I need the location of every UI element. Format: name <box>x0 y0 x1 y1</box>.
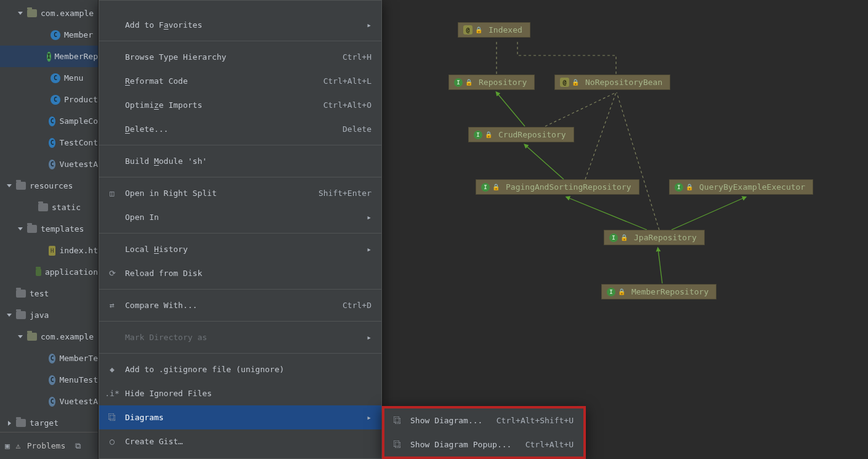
diagrams-submenu[interactable]: ⿻Show Diagram...Ctrl+Alt+Shift+U⿻Show Di… <box>382 406 586 459</box>
node-pagingandsorting[interactable]: I🔒 PagingAndSortingRepository <box>476 179 639 195</box>
menu-item[interactable]: ⿻Diagrams▸ <box>99 405 381 429</box>
menu-item-label: Delete... <box>125 124 335 134</box>
menu-shortcut: Ctrl+H <box>343 52 371 62</box>
menu-item[interactable]: Browse Type HierarchyCtrl+H <box>99 45 381 69</box>
menu-item-label: Reformat Code <box>125 76 316 86</box>
folder-icon <box>16 182 26 190</box>
menu-item[interactable]: Add to Favorites▸ <box>99 13 381 37</box>
tree-row[interactable]: CProduct <box>0 89 98 110</box>
menu-shortcut: Ctrl+Alt+L <box>323 76 371 86</box>
submenu-item[interactable]: ⿻Show Diagram Popup...Ctrl+Alt+U <box>384 433 583 457</box>
submenu-arrow-icon: ▸ <box>367 245 371 254</box>
expand-icon[interactable] <box>6 183 12 189</box>
tree-row[interactable]: IMemberRep <box>0 46 98 67</box>
menu-separator <box>99 321 381 322</box>
tree-item-label: MemberRep <box>55 52 98 61</box>
tree-row[interactable]: java <box>0 304 98 326</box>
expand-icon[interactable] <box>6 312 12 319</box>
tree-row[interactable]: CTestCont <box>0 132 98 153</box>
menu-shortcut: Ctrl+Alt+O <box>323 100 371 110</box>
package-icon <box>27 9 37 17</box>
tree-row[interactable]: CMenu <box>0 67 98 89</box>
menu-separator <box>99 145 381 145</box>
class-icon: C <box>49 116 55 126</box>
git-icon: ◆ <box>107 365 118 374</box>
tree-row[interactable]: target <box>0 412 98 434</box>
terminal-icon[interactable]: ▣ <box>5 441 10 450</box>
menu-item-label: Optimize Imports <box>125 100 316 110</box>
menu-shortcut: Ctrl+D <box>343 301 371 310</box>
menu-separator <box>99 353 381 354</box>
submenu-arrow-icon: ▸ <box>367 413 371 422</box>
expand-icon[interactable] <box>6 420 12 426</box>
node-label: JpaRepository <box>634 233 697 242</box>
tree-row[interactable]: templates <box>0 218 98 240</box>
expand-icon[interactable] <box>17 226 23 232</box>
tree-row[interactable]: CSampleCo <box>0 110 98 132</box>
folder-icon <box>16 311 26 319</box>
tree-item-label: MenuTest <box>59 375 98 384</box>
package-icon <box>27 333 37 341</box>
tree-row[interactable]: static <box>0 197 98 218</box>
tree-row[interactable]: CMemberTe <box>0 347 98 369</box>
tree-row[interactable]: CVuetestA <box>0 153 98 175</box>
folder-icon <box>38 203 48 211</box>
status-bar[interactable]: ▣⚠Problems⧉ <box>0 432 98 459</box>
context-menu[interactable]: Add to Favorites▸Browse Type HierarchyCt… <box>99 0 382 459</box>
menu-item-label: Open In <box>125 213 359 222</box>
diagram-connectors <box>382 0 868 407</box>
menu-item[interactable]: Reformat CodeCtrl+Alt+L <box>99 69 381 93</box>
menu-item-label: Diagrams <box>125 413 359 422</box>
menu-item[interactable]: Open In▸ <box>99 205 381 229</box>
node-label: Repository <box>479 78 527 87</box>
lock-icon: 🔒 <box>485 131 492 138</box>
menu-item[interactable]: ⇄Compare With...Ctrl+D <box>99 293 381 317</box>
reload-icon: ⟳ <box>107 269 118 278</box>
diagram-canvas[interactable]: @🔒 Indexed I🔒 Repository @🔒 NoRepository… <box>382 0 868 459</box>
terminal-icon[interactable]: ⧉ <box>75 441 81 451</box>
tree-row[interactable]: com.example <box>0 326 98 347</box>
menu-shortcut: Shift+Enter <box>318 189 371 198</box>
menu-item[interactable]: Local History▸ <box>99 237 381 261</box>
menu-item[interactable]: Build Module 'sh' <box>99 149 381 173</box>
dotstar-icon: .i* <box>107 389 118 398</box>
tree-item-label: application <box>45 267 98 277</box>
menu-item[interactable]: ◫Open in Right SplitShift+Enter <box>99 181 381 205</box>
tree-row[interactable]: com.example <box>0 2 98 24</box>
tree-item-label: Menu <box>64 73 83 83</box>
tree-row[interactable]: resources <box>0 175 98 197</box>
menu-item[interactable]: .i*Hide Ignored Files <box>99 381 381 405</box>
node-crudrepository[interactable]: I🔒 CrudRepository <box>468 127 574 142</box>
interface-icon: I <box>454 78 463 87</box>
tree-row[interactable]: CMember <box>0 24 98 46</box>
menu-item[interactable]: ⟳Reload from Disk <box>99 261 381 285</box>
menu-item[interactable]: ◯Create Gist… <box>99 429 381 453</box>
menu-item[interactable]: ◆Add to .gitignore file (unignore) <box>99 357 381 381</box>
node-repository[interactable]: I🔒 Repository <box>448 75 535 90</box>
node-label: NoRepositoryBean <box>585 78 662 87</box>
diagram-icon: ⿻ <box>107 413 118 422</box>
tree-item-label: java <box>30 311 49 320</box>
menu-item-label: Local History <box>125 245 359 254</box>
menu-shortcut: Ctrl+Alt+Shift+U <box>497 416 574 425</box>
tree-row[interactable]: Hindex.ht <box>0 240 98 261</box>
expand-icon[interactable] <box>17 334 23 340</box>
tree-row[interactable]: test <box>0 283 98 304</box>
menu-item-label: Build Module 'sh' <box>125 156 371 166</box>
node-label: CrudRepository <box>498 130 566 139</box>
menu-item[interactable]: Optimize ImportsCtrl+Alt+O <box>99 93 381 117</box>
tree-row[interactable]: CVuetestA <box>0 391 98 412</box>
problems-label[interactable]: Problems <box>27 441 66 450</box>
tree-row[interactable]: application <box>0 261 98 283</box>
node-jparepository[interactable]: I🔒 JpaRepository <box>604 230 705 245</box>
node-norepositorybean[interactable]: @🔒 NoRepositoryBean <box>554 75 670 90</box>
node-memberrepository[interactable]: I🔒 MemberRepository <box>601 284 716 299</box>
node-querybyexample[interactable]: I🔒 QueryByExampleExecutor <box>669 179 813 195</box>
node-indexed[interactable]: @🔒 Indexed <box>458 22 530 38</box>
menu-item[interactable]: Delete...Delete <box>99 117 381 141</box>
project-tree[interactable]: com.exampleCMemberIMemberRepCMenuCProduc… <box>0 0 99 459</box>
menu-item-label: Add to .gitignore file (unignore) <box>125 365 371 374</box>
expand-icon[interactable] <box>17 10 23 17</box>
tree-row[interactable]: CMenuTest <box>0 369 98 391</box>
submenu-item[interactable]: ⿻Show Diagram...Ctrl+Alt+Shift+U <box>384 408 583 433</box>
